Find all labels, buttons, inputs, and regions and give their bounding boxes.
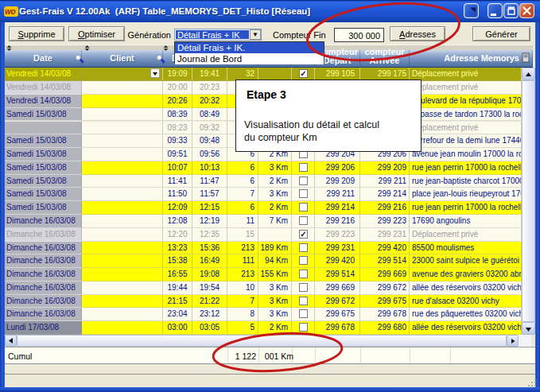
svg-text:o: o <box>11 7 16 16</box>
